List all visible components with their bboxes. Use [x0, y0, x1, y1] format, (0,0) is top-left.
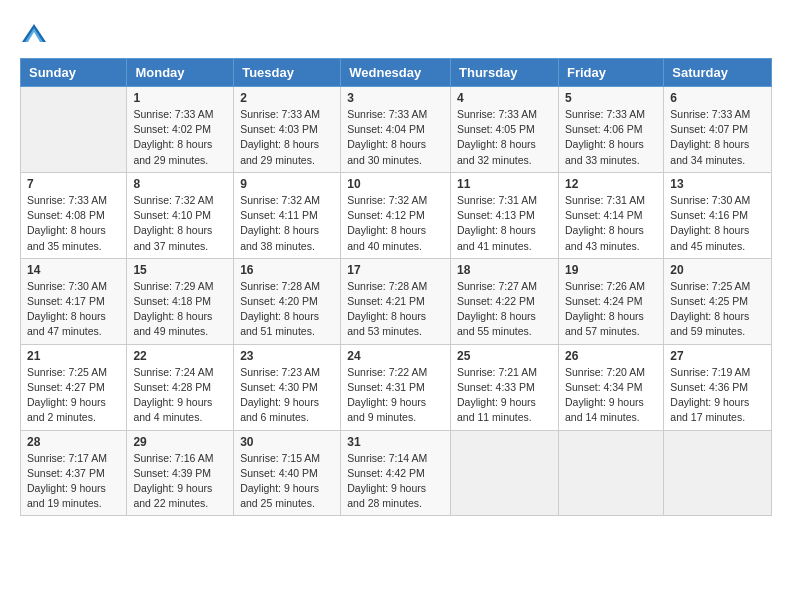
calendar-cell: 26Sunrise: 7:20 AMSunset: 4:34 PMDayligh… [558, 344, 663, 430]
day-info: Sunrise: 7:27 AMSunset: 4:22 PMDaylight:… [457, 279, 552, 340]
header-friday: Friday [558, 59, 663, 87]
day-info: Sunrise: 7:19 AMSunset: 4:36 PMDaylight:… [670, 365, 765, 426]
calendar-table: SundayMondayTuesdayWednesdayThursdayFrid… [20, 58, 772, 516]
day-info: Sunrise: 7:30 AMSunset: 4:17 PMDaylight:… [27, 279, 120, 340]
calendar-cell: 19Sunrise: 7:26 AMSunset: 4:24 PMDayligh… [558, 258, 663, 344]
day-number: 23 [240, 349, 334, 363]
header-monday: Monday [127, 59, 234, 87]
day-info: Sunrise: 7:15 AMSunset: 4:40 PMDaylight:… [240, 451, 334, 512]
day-info: Sunrise: 7:14 AMSunset: 4:42 PMDaylight:… [347, 451, 444, 512]
day-info: Sunrise: 7:17 AMSunset: 4:37 PMDaylight:… [27, 451, 120, 512]
day-number: 6 [670, 91, 765, 105]
day-info: Sunrise: 7:33 AMSunset: 4:05 PMDaylight:… [457, 107, 552, 168]
logo [20, 20, 52, 48]
calendar-cell [451, 430, 559, 516]
calendar-cell [558, 430, 663, 516]
day-info: Sunrise: 7:31 AMSunset: 4:13 PMDaylight:… [457, 193, 552, 254]
day-number: 25 [457, 349, 552, 363]
day-number: 27 [670, 349, 765, 363]
day-number: 1 [133, 91, 227, 105]
day-info: Sunrise: 7:28 AMSunset: 4:20 PMDaylight:… [240, 279, 334, 340]
calendar-cell: 28Sunrise: 7:17 AMSunset: 4:37 PMDayligh… [21, 430, 127, 516]
calendar-cell: 9Sunrise: 7:32 AMSunset: 4:11 PMDaylight… [234, 172, 341, 258]
calendar-cell [21, 87, 127, 173]
day-number: 12 [565, 177, 657, 191]
calendar-cell: 1Sunrise: 7:33 AMSunset: 4:02 PMDaylight… [127, 87, 234, 173]
calendar-cell: 4Sunrise: 7:33 AMSunset: 4:05 PMDaylight… [451, 87, 559, 173]
calendar-week-row: 14Sunrise: 7:30 AMSunset: 4:17 PMDayligh… [21, 258, 772, 344]
calendar-cell: 11Sunrise: 7:31 AMSunset: 4:13 PMDayligh… [451, 172, 559, 258]
calendar-cell: 22Sunrise: 7:24 AMSunset: 4:28 PMDayligh… [127, 344, 234, 430]
day-number: 14 [27, 263, 120, 277]
day-info: Sunrise: 7:26 AMSunset: 4:24 PMDaylight:… [565, 279, 657, 340]
calendar-cell: 25Sunrise: 7:21 AMSunset: 4:33 PMDayligh… [451, 344, 559, 430]
calendar-cell: 21Sunrise: 7:25 AMSunset: 4:27 PMDayligh… [21, 344, 127, 430]
day-number: 29 [133, 435, 227, 449]
day-info: Sunrise: 7:32 AMSunset: 4:11 PMDaylight:… [240, 193, 334, 254]
day-number: 3 [347, 91, 444, 105]
day-info: Sunrise: 7:29 AMSunset: 4:18 PMDaylight:… [133, 279, 227, 340]
day-number: 7 [27, 177, 120, 191]
day-number: 4 [457, 91, 552, 105]
day-info: Sunrise: 7:33 AMSunset: 4:03 PMDaylight:… [240, 107, 334, 168]
day-info: Sunrise: 7:33 AMSunset: 4:07 PMDaylight:… [670, 107, 765, 168]
calendar-cell: 17Sunrise: 7:28 AMSunset: 4:21 PMDayligh… [341, 258, 451, 344]
day-number: 20 [670, 263, 765, 277]
day-info: Sunrise: 7:32 AMSunset: 4:10 PMDaylight:… [133, 193, 227, 254]
calendar-cell: 13Sunrise: 7:30 AMSunset: 4:16 PMDayligh… [664, 172, 772, 258]
calendar-cell: 24Sunrise: 7:22 AMSunset: 4:31 PMDayligh… [341, 344, 451, 430]
calendar-cell: 31Sunrise: 7:14 AMSunset: 4:42 PMDayligh… [341, 430, 451, 516]
calendar-cell: 2Sunrise: 7:33 AMSunset: 4:03 PMDaylight… [234, 87, 341, 173]
day-number: 13 [670, 177, 765, 191]
day-info: Sunrise: 7:31 AMSunset: 4:14 PMDaylight:… [565, 193, 657, 254]
day-info: Sunrise: 7:33 AMSunset: 4:02 PMDaylight:… [133, 107, 227, 168]
day-number: 26 [565, 349, 657, 363]
day-info: Sunrise: 7:22 AMSunset: 4:31 PMDaylight:… [347, 365, 444, 426]
day-number: 18 [457, 263, 552, 277]
day-info: Sunrise: 7:33 AMSunset: 4:04 PMDaylight:… [347, 107, 444, 168]
day-info: Sunrise: 7:33 AMSunset: 4:08 PMDaylight:… [27, 193, 120, 254]
calendar-cell: 15Sunrise: 7:29 AMSunset: 4:18 PMDayligh… [127, 258, 234, 344]
day-number: 15 [133, 263, 227, 277]
day-number: 10 [347, 177, 444, 191]
calendar-cell: 12Sunrise: 7:31 AMSunset: 4:14 PMDayligh… [558, 172, 663, 258]
day-number: 21 [27, 349, 120, 363]
calendar-cell: 30Sunrise: 7:15 AMSunset: 4:40 PMDayligh… [234, 430, 341, 516]
calendar-week-row: 28Sunrise: 7:17 AMSunset: 4:37 PMDayligh… [21, 430, 772, 516]
header-thursday: Thursday [451, 59, 559, 87]
day-info: Sunrise: 7:25 AMSunset: 4:25 PMDaylight:… [670, 279, 765, 340]
day-info: Sunrise: 7:32 AMSunset: 4:12 PMDaylight:… [347, 193, 444, 254]
day-info: Sunrise: 7:23 AMSunset: 4:30 PMDaylight:… [240, 365, 334, 426]
calendar-week-row: 21Sunrise: 7:25 AMSunset: 4:27 PMDayligh… [21, 344, 772, 430]
day-info: Sunrise: 7:21 AMSunset: 4:33 PMDaylight:… [457, 365, 552, 426]
day-number: 5 [565, 91, 657, 105]
header-tuesday: Tuesday [234, 59, 341, 87]
day-number: 11 [457, 177, 552, 191]
calendar-cell: 18Sunrise: 7:27 AMSunset: 4:22 PMDayligh… [451, 258, 559, 344]
day-info: Sunrise: 7:25 AMSunset: 4:27 PMDaylight:… [27, 365, 120, 426]
calendar-cell: 23Sunrise: 7:23 AMSunset: 4:30 PMDayligh… [234, 344, 341, 430]
day-number: 28 [27, 435, 120, 449]
header-saturday: Saturday [664, 59, 772, 87]
day-number: 8 [133, 177, 227, 191]
day-number: 30 [240, 435, 334, 449]
calendar-cell: 20Sunrise: 7:25 AMSunset: 4:25 PMDayligh… [664, 258, 772, 344]
day-number: 31 [347, 435, 444, 449]
day-info: Sunrise: 7:24 AMSunset: 4:28 PMDaylight:… [133, 365, 227, 426]
calendar-cell: 29Sunrise: 7:16 AMSunset: 4:39 PMDayligh… [127, 430, 234, 516]
calendar-week-row: 1Sunrise: 7:33 AMSunset: 4:02 PMDaylight… [21, 87, 772, 173]
day-info: Sunrise: 7:28 AMSunset: 4:21 PMDaylight:… [347, 279, 444, 340]
calendar-cell: 7Sunrise: 7:33 AMSunset: 4:08 PMDaylight… [21, 172, 127, 258]
calendar-cell: 6Sunrise: 7:33 AMSunset: 4:07 PMDaylight… [664, 87, 772, 173]
day-info: Sunrise: 7:20 AMSunset: 4:34 PMDaylight:… [565, 365, 657, 426]
day-info: Sunrise: 7:16 AMSunset: 4:39 PMDaylight:… [133, 451, 227, 512]
calendar-week-row: 7Sunrise: 7:33 AMSunset: 4:08 PMDaylight… [21, 172, 772, 258]
calendar-cell: 5Sunrise: 7:33 AMSunset: 4:06 PMDaylight… [558, 87, 663, 173]
calendar-cell [664, 430, 772, 516]
calendar-cell: 3Sunrise: 7:33 AMSunset: 4:04 PMDaylight… [341, 87, 451, 173]
day-info: Sunrise: 7:33 AMSunset: 4:06 PMDaylight:… [565, 107, 657, 168]
calendar-header-row: SundayMondayTuesdayWednesdayThursdayFrid… [21, 59, 772, 87]
calendar-cell: 14Sunrise: 7:30 AMSunset: 4:17 PMDayligh… [21, 258, 127, 344]
calendar-cell: 16Sunrise: 7:28 AMSunset: 4:20 PMDayligh… [234, 258, 341, 344]
logo-icon [20, 20, 48, 48]
